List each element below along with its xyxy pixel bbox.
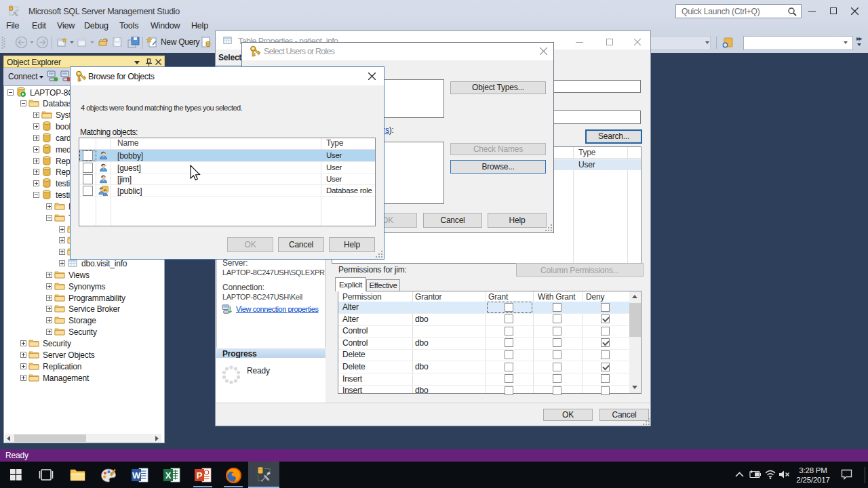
svg-text:X: X [165,470,172,481]
svg-text:P: P [197,470,203,481]
svg-text:3:28 PM: 3:28 PM [799,466,827,474]
svg-text:W: W [132,470,141,481]
svg-text:2/25/2017: 2/25/2017 [796,476,829,484]
